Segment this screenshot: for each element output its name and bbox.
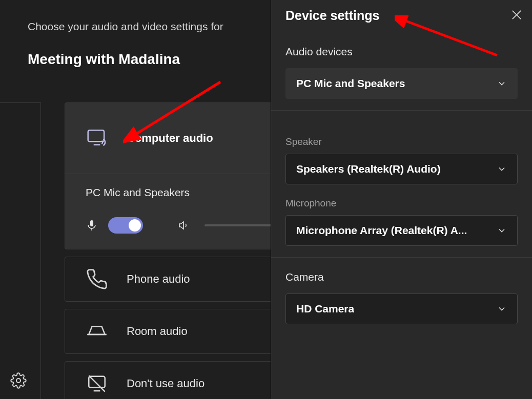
option-label: Phone audio [127, 272, 190, 286]
microphone-label: Microphone [285, 198, 518, 209]
camera-label: Camera [285, 271, 518, 283]
chevron-down-icon [497, 225, 507, 236]
chevron-down-icon [497, 304, 507, 314]
camera-select[interactable]: HD Camera [285, 293, 518, 324]
select-value: Speakers (Realtek(R) Audio) [296, 163, 441, 175]
option-label: Room audio [127, 325, 188, 338]
audio-devices-label: Audio devices [285, 46, 518, 58]
speaker-icon [178, 219, 190, 232]
microphone-select[interactable]: Microphone Array (Realtek(R) A... [285, 215, 518, 246]
mic-toggle[interactable] [108, 217, 143, 234]
svg-point-0 [16, 379, 21, 383]
chevron-down-icon [497, 78, 507, 89]
left-rail [0, 102, 41, 399]
select-value: Microphone Array (Realtek(R) A... [296, 224, 467, 237]
room-icon [86, 320, 108, 343]
chevron-down-icon [497, 164, 507, 174]
audio-device-select[interactable]: PC Mic and Speakers [285, 68, 518, 99]
no-audio-icon [86, 372, 108, 395]
speaker-label: Speaker [285, 136, 518, 148]
device-settings-panel: Device settings Audio devices PC Mic and… [271, 0, 532, 399]
svg-rect-1 [88, 130, 104, 141]
device-settings-title: Device settings [285, 8, 379, 23]
select-value: PC Mic and Speakers [296, 77, 405, 90]
select-value: HD Camera [296, 303, 354, 315]
option-label: Computer audio [127, 132, 213, 145]
close-icon[interactable] [509, 8, 524, 22]
option-label: Don't use audio [127, 377, 204, 390]
speaker-select[interactable]: Speakers (Realtek(R) Audio) [285, 154, 518, 184]
gear-icon[interactable] [10, 372, 27, 389]
phone-icon [86, 268, 108, 290]
computer-audio-icon [86, 127, 108, 150]
microphone-icon [86, 219, 98, 232]
